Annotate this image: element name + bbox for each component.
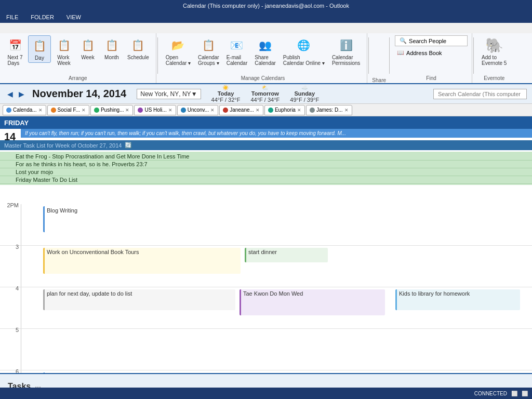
cal-tab-icon-4 [181, 108, 186, 113]
weather-today: ☀️ Today 44°F / 32°F [211, 85, 241, 103]
manage-calendars-label: Manage Calendars [241, 74, 285, 81]
month-button[interactable]: 📋 Month [101, 35, 123, 62]
month-icon: 📋 [103, 37, 120, 54]
evernote-button[interactable]: 🐘 Add toEvernote 5 [479, 35, 509, 68]
month-label: Month [104, 55, 119, 60]
permissions-button[interactable]: ℹ️ CalendarPermissions [329, 35, 363, 68]
open-calendar-icon: 📂 [170, 37, 187, 54]
next-arrow[interactable]: ▶ [17, 89, 26, 99]
separator-share [368, 37, 369, 74]
all-day-event-3[interactable]: Friday Master To Do List [0, 176, 532, 184]
cal-event-2-0[interactable]: plan for next day, update to do list [43, 289, 235, 310]
location-box[interactable]: New York, NY , NY ▼ [137, 89, 201, 99]
next7days-icon: 📅 [7, 37, 23, 54]
open-calendar-button[interactable]: 📂 OpenCalendar ▾ [163, 35, 193, 68]
publish-button[interactable]: 🌐 PublishCalendar Online ▾ [281, 35, 327, 68]
workweek-button[interactable]: 📋 WorkWeek [53, 35, 75, 68]
calendar-tab-5[interactable]: Janeane... ✕ [219, 105, 263, 115]
time-content-4: plan for next day, update to do listTae … [21, 287, 532, 328]
cal-event-1-0[interactable]: Work on Unconventional Book Tours [43, 248, 241, 274]
time-slot-2PM: 2PMBlog Writing [0, 204, 532, 246]
separator-2 [389, 37, 390, 74]
cal-tab-close-0[interactable]: ✕ [38, 108, 43, 113]
search-people-icon: 🔍 [400, 37, 407, 44]
calendar-groups-button[interactable]: 📋 CalendarGroups ▾ [195, 35, 222, 68]
schedule-button[interactable]: 📋 Schedule [125, 35, 152, 62]
time-label-4: 4 [0, 284, 21, 325]
share-calendar-label: ShareCalendar [255, 55, 276, 66]
arrange-group: 📅 Next 7Days 📋 Day 📋 WorkWeek 📋 Week 📋 M… [0, 33, 156, 83]
open-calendar-label: OpenCalendar ▾ [166, 55, 191, 66]
today-label: Today [218, 90, 234, 97]
cal-tab-close-5[interactable]: ✕ [256, 108, 260, 113]
refresh-icon[interactable]: 🔄 [125, 142, 132, 149]
today-temp: 44°F / 32°F [211, 97, 241, 103]
cal-event-2-1[interactable]: Tae Kwon Do Mon Wed [240, 289, 385, 315]
cal-event-1-1[interactable]: start dinner [245, 248, 328, 262]
day-icon: 📋 [31, 37, 48, 54]
cal-tab-close-4[interactable]: ✕ [210, 108, 215, 113]
search-people-label: Search People [409, 38, 446, 44]
location-text: New York, NY [140, 90, 179, 98]
calendar-tabs: Calenda... ✕ Social F... ✕ Pushing... ✕ … [0, 104, 532, 116]
calendar-tab-2[interactable]: Pushing... ✕ [90, 105, 133, 115]
weather-sunday: ☁️ Sunday 49°F / 39°F [290, 85, 319, 103]
evernote-label: Evernote [484, 74, 504, 81]
cal-tab-icon-7 [310, 108, 315, 113]
menu-file[interactable]: FILE [4, 13, 20, 21]
email-calendar-icon: 📧 [229, 37, 245, 54]
next7days-button[interactable]: 📅 Next 7Days [4, 35, 26, 68]
quote-banner: If you can't fly, then run; if you can't… [21, 129, 532, 138]
cal-tab-close-1[interactable]: ✕ [82, 108, 86, 113]
cal-tab-close-2[interactable]: ✕ [125, 108, 129, 113]
cal-tab-close-7[interactable]: ✕ [344, 108, 349, 113]
calendar-body: 14 If you can't fly, then run; if you ca… [0, 129, 532, 373]
schedule-label: Schedule [127, 55, 149, 60]
permissions-label: CalendarPermissions [332, 55, 360, 66]
email-calendar-button[interactable]: 📧 E-mailCalendar [224, 35, 250, 68]
calendar-tab-6[interactable]: Euphoria ✕ [264, 105, 305, 115]
cal-event-0-0[interactable]: Blog Writing [43, 206, 241, 232]
week-button[interactable]: 📋 Week [77, 35, 99, 62]
time-slots: 2PMBlog Writing3Work on Unconventional B… [0, 204, 532, 373]
prev-arrow[interactable]: ◀ [5, 89, 15, 99]
time-slot-5: 5 [0, 329, 532, 370]
search-people-button[interactable]: 🔍 Search People [395, 35, 468, 46]
time-slot-4: 4plan for next day, update to do listTae… [0, 287, 532, 329]
time-slot-3: 3Work on Unconventional Book Toursstart … [0, 246, 532, 287]
time-content-5 [21, 329, 532, 370]
cal-tab-label-3: US Holi... [144, 107, 166, 113]
all-day-event-1[interactable]: For as he thinks in his heart, so is he.… [0, 161, 532, 168]
cal-event-2-2[interactable]: Kids to library for homework [395, 289, 520, 310]
find-group: 🔍 Search People 📖 Address Book Find [391, 33, 472, 83]
separator-1 [157, 37, 158, 74]
calendar-tab-1[interactable]: Social F... ✕ [47, 105, 89, 115]
cal-tab-close-6[interactable]: ✕ [297, 108, 301, 113]
time-label-3: 3 [0, 243, 21, 284]
tomorrow-label: Tomorrow [251, 90, 279, 97]
all-day-event-0[interactable]: Eat the Frog - Stop Procrastination and … [0, 153, 532, 161]
publish-icon: 🌐 [296, 37, 312, 54]
calendar-groups-label: CalendarGroups ▾ [198, 55, 219, 66]
share-calendar-button[interactable]: 👥 ShareCalendar [252, 35, 278, 68]
menu-folder[interactable]: FOLDER [29, 13, 56, 21]
location-dropdown-icon: ▼ [191, 90, 197, 98]
title-text: Calendar (This computer only) - janeaned… [183, 3, 349, 9]
day-button[interactable]: 📋 Day [28, 35, 51, 63]
all-day-event-2[interactable]: Lost your mojo [0, 168, 532, 176]
weather-section: ☀️ Today 44°F / 32°F ⛅ Tomorrow 44°F / 3… [211, 85, 320, 103]
cal-tab-close-3[interactable]: ✕ [168, 108, 172, 113]
calendar-tab-7[interactable]: James: D... ✕ [306, 105, 352, 115]
manage-calendars-buttons: 📂 OpenCalendar ▾ 📋 CalendarGroups ▾ 📧 E-… [163, 35, 363, 74]
arrange-label: Arrange [69, 74, 87, 81]
cal-tab-icon-6 [268, 108, 273, 113]
time-label-2PM: 2PM [0, 201, 21, 242]
nav-arrows: ◀ ▶ [5, 89, 26, 99]
search-calendar-input[interactable] [433, 89, 527, 99]
menu-view[interactable]: VIEW [64, 13, 83, 21]
address-book-button[interactable]: 📖 Address Book [395, 48, 468, 57]
cal-tab-label-7: James: D... [316, 107, 343, 113]
calendar-tab-0[interactable]: Calenda... ✕ [3, 105, 46, 115]
calendar-tab-3[interactable]: US Holi... ✕ [134, 105, 176, 115]
calendar-tab-4[interactable]: Unconv... ✕ [177, 105, 219, 115]
